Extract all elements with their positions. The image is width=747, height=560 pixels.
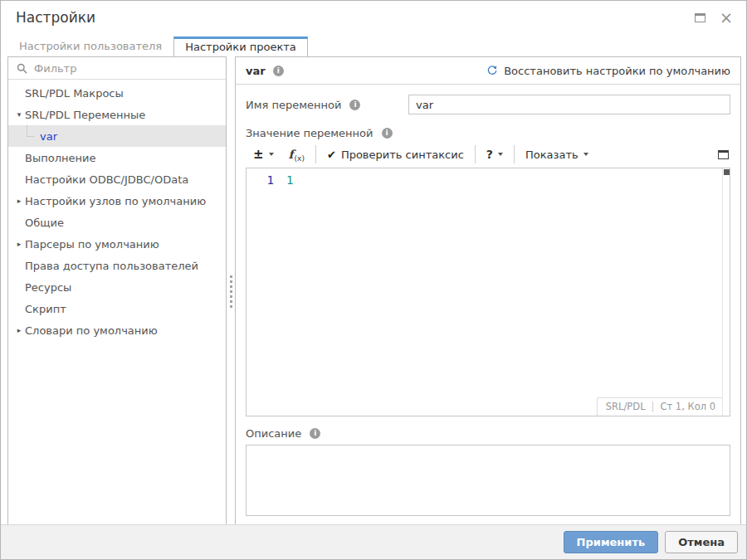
info-icon[interactable]: i	[273, 66, 284, 76]
variable-value-label: Значение переменной	[246, 127, 374, 139]
variable-header: var i Восстановить настройки по умолчани…	[236, 57, 740, 85]
description-row: Описание i	[246, 427, 730, 440]
tree-item[interactable]: ▾SRL/PDL Переменные	[8, 104, 226, 125]
expand-editor-icon[interactable]	[718, 150, 729, 159]
check-syntax-label: Проверить синтаксис	[341, 149, 464, 161]
check-syntax-button[interactable]: ✔ Проверить синтаксис	[320, 144, 471, 164]
description-label: Описание	[246, 427, 301, 440]
variable-name-row: Имя переменной i	[246, 95, 730, 114]
maximize-icon[interactable]	[695, 13, 706, 22]
tree-item[interactable]: Права доступа пользователей	[8, 255, 226, 276]
settings-tree: SRL/PDL Макросы▾SRL/PDL ПеременныеvarВып…	[8, 80, 226, 341]
tree-item-label: Парсеры по умолчанию	[25, 238, 159, 251]
tree-item-label: Скрипт	[25, 303, 66, 315]
tab-user-settings[interactable]: Настройки пользователя	[7, 36, 173, 56]
settings-dialog: Настройки × Настройки пользователя Настр…	[0, 0, 747, 560]
tree-item[interactable]: Общие	[8, 212, 226, 233]
search-icon	[17, 63, 27, 74]
toolbar-separator	[475, 145, 476, 163]
window-controls: ×	[695, 12, 733, 22]
chevron-down-icon	[269, 153, 274, 156]
chevron-down-icon	[498, 153, 503, 156]
fx-icon: f	[289, 148, 294, 161]
checkmark-icon: ✔	[327, 149, 336, 161]
variable-form: Имя переменной i Значение переменной i ±…	[236, 85, 740, 528]
tree-item-label: Общие	[25, 217, 64, 229]
tree-item[interactable]: Выполнение	[8, 147, 226, 168]
editor-status-bar: SRL/PDL | Ст 1, Кол 0	[597, 397, 722, 416]
restore-defaults-label: Восстановить настройки по умолчанию	[504, 65, 730, 77]
code-editor[interactable]: 1 1 SRL/PDL | Ст 1, Кол 0	[246, 168, 730, 416]
tree-item[interactable]: ▸Настройки узлов по умолчанию	[8, 190, 226, 212]
settings-main-panel: var i Восстановить настройки по умолчани…	[235, 56, 741, 526]
variable-name-title: var	[246, 65, 266, 77]
filter-input[interactable]	[34, 62, 217, 75]
insert-operator-button[interactable]: ±	[246, 144, 281, 164]
tree-item[interactable]: Ресурсы	[8, 276, 226, 298]
scrollbar-thumb[interactable]	[724, 169, 730, 175]
chevron-right-icon[interactable]: ▸	[13, 326, 25, 334]
dialog-footer: Применить Отмена	[1, 524, 746, 559]
code-line: 1 1	[247, 168, 730, 187]
status-divider: |	[652, 401, 655, 412]
show-menu-label: Показать	[525, 149, 579, 161]
chevron-right-icon[interactable]: ▸	[13, 240, 25, 248]
tree-item-label: SRL/PDL Переменные	[25, 109, 145, 121]
toolbar-separator	[315, 145, 316, 163]
insert-function-button[interactable]: f(x)	[281, 144, 312, 164]
tree-item-label: Настройки ODBC/JDBC/OData	[25, 173, 188, 186]
refresh-icon	[486, 65, 498, 76]
restore-defaults-button[interactable]: Восстановить настройки по умолчанию	[486, 65, 730, 77]
chevron-down-icon[interactable]: ▾	[13, 110, 25, 119]
apply-button[interactable]: Применить	[564, 531, 659, 553]
filter-row	[8, 57, 226, 80]
tree-item[interactable]: SRL/PDL Макросы	[8, 82, 226, 104]
settings-sidebar: SRL/PDL Макросы▾SRL/PDL ПеременныеvarВып…	[7, 56, 227, 526]
close-icon[interactable]: ×	[720, 12, 733, 22]
settings-tabs: Настройки пользователя Настройки проекта	[7, 37, 740, 57]
info-icon[interactable]: i	[382, 128, 393, 139]
dialog-title: Настройки	[16, 9, 95, 26]
tree-item[interactable]: var	[8, 125, 226, 147]
tab-project-settings[interactable]: Настройки проекта	[173, 37, 308, 57]
tree-item-label: Права доступа пользователей	[25, 260, 198, 272]
chevron-down-icon	[583, 153, 588, 156]
plus-minus-icon: ±	[253, 147, 264, 162]
show-menu-button[interactable]: Показать	[518, 144, 596, 164]
cursor-position: Ст 1, Кол 0	[660, 401, 715, 412]
panel-splitter-handle[interactable]	[227, 56, 235, 526]
help-button[interactable]: ?	[479, 144, 510, 164]
info-icon[interactable]: i	[349, 100, 360, 110]
tree-item-label: SRL/PDL Макросы	[25, 87, 124, 100]
chevron-right-icon[interactable]: ▸	[13, 197, 25, 205]
toolbar-separator	[514, 145, 515, 163]
editor-toolbar: ± f(x) ✔ Проверить синтаксис ?	[246, 143, 730, 166]
info-icon[interactable]: i	[310, 428, 320, 439]
tree-item-label: Выполнение	[25, 152, 95, 164]
tree-item[interactable]: Скрипт	[8, 298, 226, 319]
tree-item[interactable]: ▸Словари по умолчанию	[8, 319, 226, 341]
tree-item-label: Настройки узлов по умолчанию	[25, 195, 206, 207]
tree-item[interactable]: Настройки ODBC/JDBC/OData	[8, 168, 226, 190]
editor-scrollbar[interactable]	[722, 168, 730, 416]
cancel-button[interactable]: Отмена	[665, 531, 738, 553]
code-text: 1	[286, 173, 293, 187]
tree-item-label: Ресурсы	[25, 281, 71, 294]
variable-name-input[interactable]	[408, 95, 730, 114]
editor-language: SRL/PDL	[606, 401, 646, 412]
line-number: 1	[247, 173, 286, 187]
description-textarea[interactable]	[246, 445, 730, 516]
tree-connector-line	[25, 125, 35, 147]
question-icon: ?	[486, 148, 493, 161]
tree-item-label: var	[40, 130, 57, 143]
variable-name-label: Имя переменной	[246, 99, 341, 111]
tree-item[interactable]: ▸Парсеры по умолчанию	[8, 233, 226, 255]
tree-item-label: Словари по умолчанию	[25, 324, 158, 337]
variable-value-row: Значение переменной i	[246, 127, 730, 139]
